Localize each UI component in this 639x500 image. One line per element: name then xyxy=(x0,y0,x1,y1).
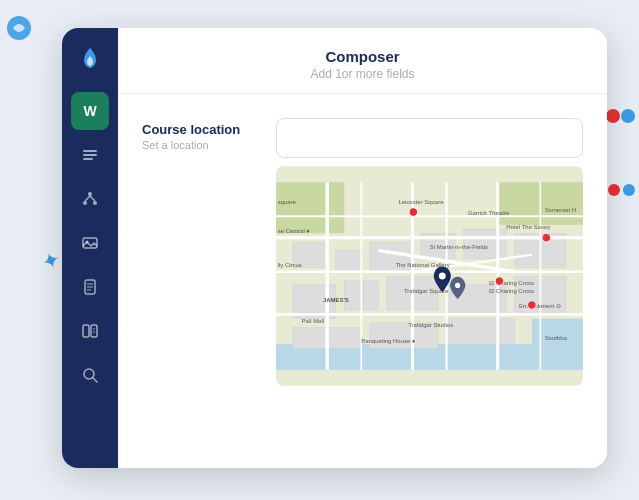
svg-line-11 xyxy=(85,196,90,201)
main-content: Composer Add 1or more fields Course loca… xyxy=(118,28,607,468)
svg-rect-26 xyxy=(276,182,344,233)
svg-point-76 xyxy=(495,277,504,286)
butterfly-decoration: ✦ xyxy=(38,246,64,277)
top-right-red-dot xyxy=(605,108,621,124)
top-right-blue-dot xyxy=(620,108,636,124)
svg-text:Leicester Square: Leicester Square xyxy=(398,199,444,205)
sidebar-item-text-align[interactable] xyxy=(71,136,109,174)
composer-title: Composer xyxy=(142,48,583,65)
svg-line-24 xyxy=(93,378,97,382)
sidebar-item-search[interactable] xyxy=(71,356,109,394)
svg-text:Banqueting House ♦: Banqueting House ♦ xyxy=(361,338,415,344)
mid-right-blue-dot xyxy=(622,183,636,197)
sidebar: W xyxy=(62,28,118,468)
svg-point-2 xyxy=(621,109,635,123)
svg-point-4 xyxy=(623,184,635,196)
svg-text:Trafalgar Studios: Trafalgar Studios xyxy=(408,322,453,328)
svg-text:JAMES'S: JAMES'S xyxy=(323,297,349,303)
sidebar-item-hierarchy[interactable] xyxy=(71,180,109,218)
svg-text:square: square xyxy=(278,199,297,205)
map-svg: Leicester Square Garrick Theatre Hotel T… xyxy=(276,166,583,386)
search-icon xyxy=(81,366,99,384)
content-area: Course location Set a location xyxy=(118,94,607,468)
svg-rect-31 xyxy=(336,250,362,271)
svg-rect-7 xyxy=(83,158,93,160)
course-location-row: Course location Set a location xyxy=(142,118,583,386)
field-label-group: Course location Set a location xyxy=(142,118,252,151)
location-input[interactable] xyxy=(276,118,583,158)
course-location-label: Course location xyxy=(142,122,252,137)
image-icon xyxy=(81,234,99,252)
sidebar-item-image[interactable] xyxy=(71,224,109,262)
sidebar-item-columns[interactable] xyxy=(71,312,109,350)
svg-rect-19 xyxy=(83,325,89,337)
mid-right-red-dot xyxy=(607,183,621,197)
hierarchy-icon xyxy=(81,190,99,208)
svg-text:Somerset H: Somerset H xyxy=(545,207,576,213)
svg-rect-6 xyxy=(83,154,97,156)
location-input-wrapper: Leicester Square Garrick Theatre Hotel T… xyxy=(276,118,583,386)
svg-rect-20 xyxy=(91,325,97,337)
sidebar-item-document[interactable] xyxy=(71,268,109,306)
svg-point-78 xyxy=(439,273,446,280)
logo[interactable] xyxy=(72,40,108,76)
svg-point-74 xyxy=(409,208,418,217)
svg-point-1 xyxy=(606,109,620,123)
main-card: W xyxy=(62,28,607,468)
svg-point-8 xyxy=(88,192,92,196)
svg-point-10 xyxy=(93,201,97,205)
svg-text:Hotel The Savoy: Hotel The Savoy xyxy=(506,224,550,230)
svg-rect-5 xyxy=(83,150,97,152)
top-left-decoration xyxy=(5,14,33,42)
header: Composer Add 1or more fields xyxy=(118,28,607,94)
svg-rect-43 xyxy=(447,319,515,345)
text-align-icon xyxy=(81,146,99,164)
svg-text:lly Circus: lly Circus xyxy=(278,262,302,268)
svg-point-79 xyxy=(455,283,460,288)
svg-point-3 xyxy=(608,184,620,196)
svg-text:Garrick Theatre: Garrick Theatre xyxy=(468,210,510,216)
svg-text:Southba: Southba xyxy=(545,335,568,341)
svg-text:St Martin-in-the-Fields: St Martin-in-the-Fields xyxy=(430,244,489,250)
svg-point-77 xyxy=(528,301,537,310)
map-container: Leicester Square Garrick Theatre Hotel T… xyxy=(276,166,583,386)
course-location-sublabel: Set a location xyxy=(142,139,252,151)
document-icon xyxy=(81,278,99,296)
svg-text:Pall Mall: Pall Mall xyxy=(302,318,325,324)
w-icon: W xyxy=(83,103,96,119)
svg-text:se Central ♦: se Central ♦ xyxy=(278,228,310,234)
svg-point-75 xyxy=(542,233,551,242)
svg-text:Embankment ⊝: Embankment ⊝ xyxy=(519,303,561,309)
composer-subtitle: Add 1or more fields xyxy=(142,67,583,81)
sidebar-item-w[interactable]: W xyxy=(71,92,109,130)
svg-point-9 xyxy=(83,201,87,205)
svg-line-12 xyxy=(90,196,95,201)
svg-text:⊟ Charing Cross: ⊟ Charing Cross xyxy=(489,288,534,294)
columns-icon xyxy=(81,322,99,340)
